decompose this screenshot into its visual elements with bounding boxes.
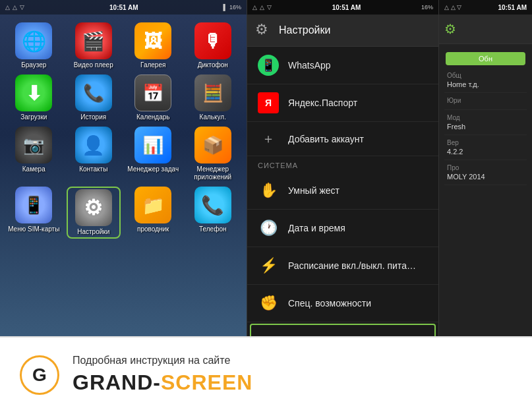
settings-schedule[interactable]: ⚡ Расписание вкл./выкл. пита… xyxy=(247,247,438,285)
app-filemanager[interactable]: проводник xyxy=(126,187,181,239)
app-video[interactable]: Видео плеер xyxy=(67,22,121,69)
settings-header: ⚙ Настройки xyxy=(247,15,438,47)
app-tasks[interactable]: Менеджер задач xyxy=(126,127,181,181)
app-grid: Браузер Видео плеер Галерея Диктофон Заг xyxy=(0,15,247,247)
sub-item-general: Общ Home т.д. xyxy=(444,68,527,93)
app-calc[interactable]: Калькул. xyxy=(186,74,241,121)
camera-icon xyxy=(15,127,52,163)
left-warning-icon-2: △ xyxy=(13,4,17,11)
schedule-label: Расписание вкл./выкл. пита… xyxy=(288,260,416,271)
sub-panel-header: ⚙ xyxy=(439,15,532,44)
site-name-text: GRAND- xyxy=(73,370,161,394)
calc-label: Калькул. xyxy=(200,113,226,121)
sub-item-build: Про MOLY 2014 xyxy=(444,160,527,185)
sub-panel-content: Обн Общ Home т.д. Юри Мод Fresh Ве xyxy=(439,44,532,191)
settings-whatsapp[interactable]: 📱 WhatsApp xyxy=(247,47,438,84)
settings-sub-panel: △ △ ▽ 10:51 AM ⚙ Обн Общ Home т.д. xyxy=(438,0,532,336)
yandex-icon: Я xyxy=(258,92,279,113)
app-browser[interactable]: Браузер xyxy=(7,22,61,69)
contacts-label: Контакты xyxy=(79,165,107,173)
schedule-icon: ⚡ xyxy=(258,255,279,276)
update-button[interactable]: Обн xyxy=(446,52,525,65)
right-signal: ▽ xyxy=(267,4,272,11)
datetime-icon: 🕐 xyxy=(258,218,279,239)
left-status-bar: △ △ ▽ 10:51 AM ▌ 16% xyxy=(0,0,247,15)
settings-main: △ △ ▽ 10:51 AM 16% ⚙ Настройки xyxy=(247,0,438,336)
add-account-label: Добавить аккаунт xyxy=(288,134,364,144)
app-dictaphone[interactable]: Диктофон xyxy=(186,22,241,69)
app-sim[interactable]: Меню SIM-карты xyxy=(7,187,61,239)
app-history[interactable]: История xyxy=(67,74,121,121)
accessibility-icon: ✊ xyxy=(258,293,279,314)
history-label: История xyxy=(80,113,106,121)
sub-item-build-value: MOLY 2014 xyxy=(447,173,524,181)
app-settings[interactable]: Настройки xyxy=(67,187,121,239)
phone-label: Телефон xyxy=(199,225,226,233)
left-battery-icon: ▌ xyxy=(223,4,227,11)
system-section-header: СИСТЕМА xyxy=(247,156,438,172)
sub-gear-icon: ⚙ xyxy=(444,21,456,37)
sub-item-yuri-label: Юри xyxy=(447,97,524,104)
sub-item-general-sub: Home т.д. xyxy=(447,80,524,88)
right-status-right: 16% xyxy=(421,4,433,11)
app-calendar[interactable]: Календарь xyxy=(126,74,181,121)
sim-icon xyxy=(15,187,52,223)
whatsapp-label: WhatsApp xyxy=(288,60,331,71)
calc-icon xyxy=(194,74,231,111)
app-downloads[interactable]: Загрузки xyxy=(7,74,61,121)
contacts-icon xyxy=(75,127,112,163)
banner-main-text: Подробная инструкция на сайте xyxy=(73,355,512,367)
tasks-icon xyxy=(134,127,171,163)
settings-yandex[interactable]: Я Яндекс.Паспорт xyxy=(247,84,438,122)
banner-site-name: GRAND-SCREEN xyxy=(73,370,512,395)
accessibility-label: Спец. возможности xyxy=(288,298,371,309)
app-appmanager[interactable]: Менеджер приложений xyxy=(186,127,241,181)
settings-smart-gesture[interactable]: ✋ Умный жест xyxy=(247,172,438,210)
app-phone[interactable]: Телефон xyxy=(186,187,241,239)
filemanager-icon xyxy=(134,187,171,223)
yandex-label: Яндекс.Паспорт xyxy=(288,98,357,108)
left-warning-icon-1: △ xyxy=(5,4,10,11)
whatsapp-icon: 📱 xyxy=(258,55,279,76)
sub-item-model-value: Fresh xyxy=(447,123,524,131)
calendar-label: Календарь xyxy=(136,113,169,121)
gallery-label: Галерея xyxy=(140,61,165,69)
gallery-icon xyxy=(134,22,171,59)
sub-item-model-label: Мод xyxy=(447,114,524,121)
tasks-label: Менеджер задач xyxy=(127,165,179,173)
add-icon: ＋ xyxy=(258,130,279,148)
calendar-icon xyxy=(134,74,171,111)
banner-logo-text: G xyxy=(32,365,47,386)
settings-title: Настройки xyxy=(279,24,330,36)
appmanager-icon xyxy=(194,127,231,163)
settings-accessibility[interactable]: ✊ Спец. возможности xyxy=(247,285,438,322)
banner-text-container: Подробная инструкция на сайте GRAND-SCRE… xyxy=(73,355,512,395)
browser-icon xyxy=(15,22,52,59)
right-warn-2: △ xyxy=(260,4,264,11)
left-status-left-icons: △ △ ▽ xyxy=(5,4,24,11)
left-status-time: 10:51 AM xyxy=(109,4,138,11)
right-status-bar: △ △ ▽ 10:51 AM 16% xyxy=(247,0,438,15)
settings-add-account[interactable]: ＋ Добавить аккаунт xyxy=(247,122,438,156)
video-label: Видео плеер xyxy=(74,61,113,69)
camera-label: Камера xyxy=(22,165,45,173)
app-contacts[interactable]: Контакты xyxy=(67,127,121,181)
dictaphone-icon xyxy=(194,22,231,59)
sub-item-version-value: 4.2.2 xyxy=(447,148,524,156)
banner-logo: G xyxy=(20,355,59,395)
right-battery: 16% xyxy=(421,4,433,11)
sub-item-general-label: Общ xyxy=(447,72,524,79)
downloads-label: Загрузки xyxy=(20,113,47,121)
sub-status-icons: △ △ ▽ xyxy=(444,4,461,11)
right-status-left: △ △ ▽ xyxy=(252,4,272,11)
filemanager-label: проводник xyxy=(137,225,169,233)
sim-label: Меню SIM-карты xyxy=(8,225,59,233)
appmanager-label: Менеджер приложений xyxy=(186,165,241,181)
smart-gesture-icon: ✋ xyxy=(258,180,279,201)
main-container: △ △ ▽ 10:51 AM ▌ 16% Браузер Вид xyxy=(0,0,532,412)
bottom-banner: G Подробная инструкция на сайте GRAND-SC… xyxy=(0,336,532,412)
settings-label: Настройки xyxy=(77,228,109,236)
settings-datetime[interactable]: 🕐 Дата и время xyxy=(247,210,438,247)
app-gallery[interactable]: Галерея xyxy=(126,22,181,69)
app-camera[interactable]: Камера xyxy=(7,127,61,181)
